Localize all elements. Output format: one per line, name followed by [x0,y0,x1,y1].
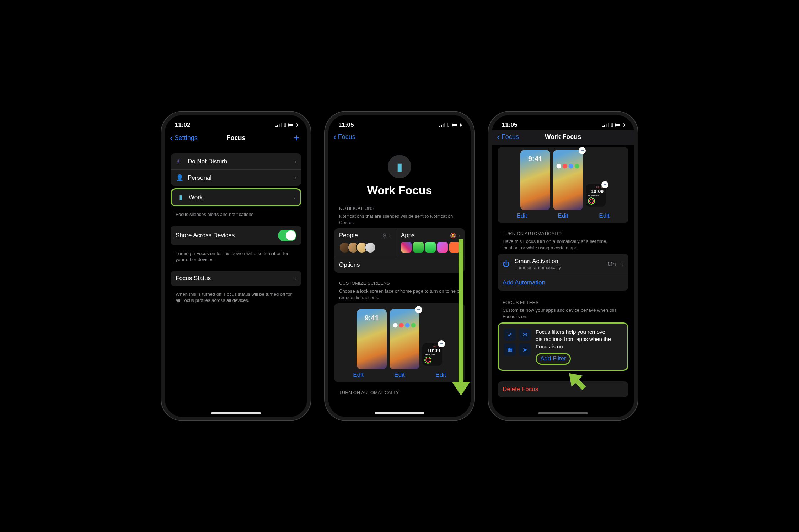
section-header-auto: TURN ON AUTOMATICALLY [334,390,465,397]
edit-row: Edit Edit Edit [338,371,461,379]
section-subtext: Notifications that are silenced will be … [334,213,465,228]
wifi-icon: 􀙇 [284,122,286,128]
watch-face-thumb[interactable]: FRI 23 10:09 74 decibels − [586,184,606,207]
mail-icon: ✉︎ [519,329,531,341]
add-automation-label: Add Automation [503,279,623,286]
lock-time: 9:41 [520,150,550,163]
chevron-left-icon: ‹ [170,133,173,142]
minus-icon[interactable]: − [438,340,445,347]
edit-watch-button[interactable]: Edit [420,371,461,379]
row-do-not-disturb[interactable]: ☾ Do Not Disturb › [171,153,301,170]
section-subtext: Customize how your apps and device behav… [498,307,628,322]
content: ☾ Do Not Disturb › 👤 Personal › ▮ Work ›… [165,147,307,413]
row-label: Personal [188,174,290,181]
nav-bar: ‹ Focus [328,130,471,145]
row-label: Work [189,194,289,201]
edit-home-button[interactable]: Edit [379,371,420,379]
notch [371,115,428,126]
back-button[interactable]: ‹ Settings [170,133,198,142]
minus-icon[interactable]: − [579,147,586,154]
watch-time: 10:09 [424,348,440,353]
delete-group: Delete Focus [498,381,628,397]
footer-text: Turning a Focus on for this device will … [171,248,301,271]
content: ▮ Work Focus NOTIFICATIONS Notifications… [328,145,471,411]
signal-icon [602,123,609,127]
apps-cell[interactable]: Apps 🔕 › [396,228,465,257]
people-cell[interactable]: People ⚙︎ › [334,228,396,257]
minus-icon[interactable]: − [601,181,608,188]
row-personal[interactable]: 👤 Personal › [171,170,301,186]
row-label: Focus Status [176,275,290,282]
wifi-icon: 􀙇 [611,122,613,128]
notch [535,115,591,126]
edit-lock-button[interactable]: Edit [501,212,542,219]
signal-icon [275,123,282,127]
nav-bar: ‹ Settings Focus + [165,130,307,147]
watch-time: 10:09 [588,189,604,194]
row-add-automation[interactable]: Add Automation [498,275,628,291]
home-indicator[interactable] [538,412,588,414]
add-button[interactable]: + [294,132,302,143]
delete-label: Delete Focus [503,386,623,393]
cell-title: Apps [401,232,415,239]
home-indicator[interactable] [211,412,261,414]
bell-slash-icon: 🔕 [450,233,456,238]
minus-icon[interactable]: − [415,306,422,313]
row-focus-status[interactable]: Focus Status › [171,271,301,286]
cell-header: People ⚙︎ › [339,232,391,239]
cell-header: Apps 🔕 › [401,232,460,239]
home-screen-thumb[interactable]: − [553,150,583,210]
back-label: Focus [338,133,355,141]
row-options[interactable]: Options › [334,257,465,273]
row-work-highlighted: ▮ Work › [171,188,301,206]
chevron-right-icon: › [389,233,391,238]
row-work[interactable]: ▮ Work › [172,189,300,205]
cell-title: People [339,232,358,239]
home-indicator[interactable] [375,412,424,414]
lock-screen-thumb[interactable]: 9:41 [357,309,387,369]
back-button[interactable]: ‹ Focus [497,132,519,141]
lock-time: 9:41 [357,309,387,322]
row-share-across-devices[interactable]: Share Across Devices [171,226,301,245]
focus-list-group: ☾ Do Not Disturb › 👤 Personal › [171,153,301,186]
app-icon-phone [413,242,424,253]
lock-screen-thumb[interactable]: 9:41 [520,150,550,210]
edit-watch-button[interactable]: Edit [584,212,625,219]
check-circle-icon: ✔︎ [504,329,516,341]
watch-complication: 74 decibels [588,194,604,196]
status-icons: 􀙇 [439,122,461,128]
home-screen-thumb[interactable]: − [390,309,419,369]
work-badge-icon: ▮ [388,155,411,178]
app-icons [401,242,460,253]
screen-focus-list: 11:02 􀙇 ‹ Settings Focus + ☾ Do Not Dist… [165,115,307,417]
moon-icon: ☾ [176,158,183,165]
edit-home-button[interactable]: Edit [542,212,584,219]
edit-lock-button[interactable]: Edit [338,371,379,379]
value-on: On [608,261,616,268]
phone-mockup-2: 11:05 􀙇 ‹ Focus ▮ Work Focus NOTIFICATIO… [325,112,474,420]
calendar-icon: ▦ [504,343,516,355]
people-avatars [339,242,391,253]
chevron-left-icon: ‹ [497,132,500,141]
toggle-share[interactable] [278,230,296,241]
watch-day: FRI 23 [424,345,440,348]
watch-face-thumb[interactable]: FRI 23 10:09 74 decibels − [422,343,442,366]
automation-group: ⏻ Smart Activation Turns on automaticall… [498,254,628,291]
cell-icons: 🔕 › [450,233,460,238]
activity-rings-icon [424,357,431,364]
row-smart-activation[interactable]: ⏻ Smart Activation Turns on automaticall… [498,254,628,275]
notch [208,115,264,126]
add-filter-button[interactable]: Add Filter [536,353,571,365]
back-button[interactable]: ‹ Focus [333,132,355,141]
chevron-right-icon: › [295,175,296,181]
screens-row: 9:41 − FRI 23 10:09 74 decibels [338,309,461,369]
gear-icon: ⚙︎ [382,233,387,238]
footer-text: When this is turned off, Focus status wi… [171,289,301,311]
filters-text: Focus filters help you remove distractio… [536,329,622,365]
focus-header: ▮ Work Focus [334,155,465,197]
row-label: Options [339,261,454,268]
customize-screens-card: 9:41 − FRI 23 10:09 74 decibels [334,303,465,382]
row-delete-focus[interactable]: Delete Focus [498,381,628,397]
row-label: Do Not Disturb [188,158,290,165]
chevron-right-icon: › [295,158,296,165]
